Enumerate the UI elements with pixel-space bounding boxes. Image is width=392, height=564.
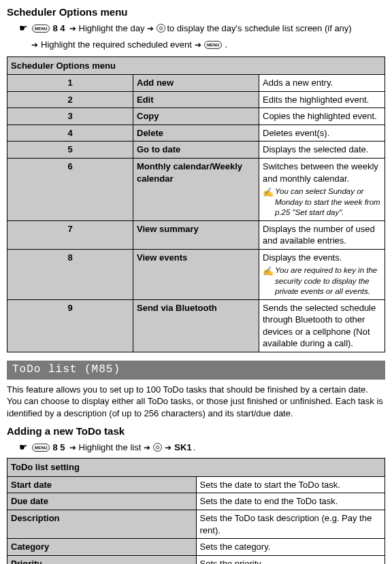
note-icon: ✍ [263, 265, 271, 297]
arrow-icon: ➔ [68, 23, 78, 34]
note-text: You are required to key in the security … [275, 265, 381, 297]
arrow-icon: ➔ [142, 442, 152, 453]
note-text: You can select Sunday or Monday to start… [275, 186, 381, 218]
row-description: Sets the category. [196, 539, 385, 556]
row-description: Adds a new entry. [259, 75, 385, 92]
menu-key-icon: MENU [204, 41, 222, 49]
row-option: Copy [133, 108, 259, 125]
row-description: Sets the ToDo task description (e.g. Pay… [196, 510, 385, 539]
row-description: Displays the events.✍You are required to… [259, 249, 385, 299]
table-row: Start dateSets the date to start the ToD… [7, 476, 385, 493]
row-option: Description [7, 510, 197, 539]
note-icon: ✍ [263, 186, 271, 218]
table-row: 6Monthly calendar/Weekly calendarSwitche… [7, 158, 385, 220]
table-row: 5Go to dateDisplays the selected date. [7, 142, 385, 159]
row-number: 4 [7, 125, 133, 142]
table-row: DescriptionSets the ToDo task descriptio… [7, 510, 385, 539]
row-description: Copies the highlighted event. [259, 108, 385, 125]
row-number: 6 [7, 158, 133, 220]
table-row: 3CopyCopies the highlighted event. [7, 108, 385, 125]
todo-setting-table: ToDo list setting Start dateSets the dat… [7, 458, 385, 564]
adding-todo-heading: Adding a new ToDo task [7, 425, 385, 438]
todo-intro-paragraph: This feature allows you to set up to 100… [7, 384, 385, 420]
instruction-text: Highlight the list [79, 442, 142, 454]
ok-key-icon [157, 24, 165, 33]
scheduler-instruction-line2: ➔ Highlight the required scheduled event… [7, 39, 385, 51]
row-option: Category [7, 539, 197, 556]
note-block: ✍You can select Sunday or Monday to star… [263, 186, 381, 218]
table-row: 1Add newAdds a new entry. [7, 75, 385, 92]
note-block: ✍You are required to key in the security… [263, 265, 381, 297]
arrow-icon: ➔ [30, 39, 39, 50]
row-description: Displays the selected date. [259, 142, 385, 159]
row-description: Sets the date to start the ToDo task. [196, 476, 385, 493]
row-option: Go to date [133, 142, 259, 159]
arrow-icon: ➔ [163, 442, 173, 453]
table-row: CategorySets the category. [7, 539, 385, 556]
period: . [193, 442, 196, 454]
sk1-label: SK1 [174, 442, 191, 454]
row-number: 2 [7, 91, 133, 108]
scheduler-instruction-line1: ☛ MENU 8 4 ➔ Highlight the day ➔ to disp… [7, 22, 385, 35]
table-row: 2EditEdits the highlighted event. [7, 91, 385, 108]
key-sequence: 8 5 [51, 442, 66, 454]
table-row: 9Send via BluetoothSends the selected sc… [7, 299, 385, 352]
row-option: View events [133, 249, 259, 299]
arrow-icon: ➔ [193, 39, 203, 50]
instruction-text: to display the day's schedule list scree… [167, 22, 351, 35]
period: . [223, 39, 227, 51]
todo-list-banner: ToDo list (M85) [7, 361, 385, 380]
row-description: Deletes event(s). [259, 125, 385, 142]
ok-key-icon [153, 443, 162, 452]
row-description: Sends the selected schedule through Blue… [259, 299, 385, 352]
table-row: 4DeleteDeletes event(s). [7, 125, 385, 142]
row-description: Switches between the weekly and monthly … [259, 158, 385, 220]
menu-key-icon: MENU [32, 444, 50, 452]
table-title: Scheduler Options menu [7, 56, 385, 75]
row-option: Add new [133, 75, 259, 92]
row-option: Due date [7, 493, 197, 510]
arrow-icon: ➔ [68, 442, 78, 453]
row-option: Start date [7, 476, 197, 493]
table-row: PrioritySets the priority. [7, 555, 385, 564]
scheduler-options-heading: Scheduler Options menu [7, 5, 385, 19]
row-description: Displays the number of used and availabl… [259, 220, 385, 249]
row-option: Edit [133, 91, 259, 108]
instruction-text: Highlight the day [79, 22, 145, 35]
menu-key-icon: MENU [32, 24, 50, 33]
scheduler-options-table: Scheduler Options menu 1Add newAdds a ne… [7, 56, 385, 352]
row-number: 8 [7, 249, 133, 299]
row-option: Send via Bluetooth [133, 299, 259, 352]
instruction-text: Highlight the required scheduled event [41, 39, 192, 51]
arrow-icon: ➔ [146, 23, 155, 34]
todo-instruction-line: ☛ MENU 8 5 ➔ Highlight the list ➔ ➔ SK1. [7, 441, 385, 454]
row-description: Sets the priority. [196, 555, 385, 564]
row-option: View summary [133, 220, 259, 249]
pointer-icon: ☛ [19, 22, 31, 35]
key-sequence: 8 4 [51, 22, 66, 35]
row-option: Delete [133, 125, 259, 142]
row-number: 7 [7, 220, 133, 249]
row-option: Monthly calendar/Weekly calendar [133, 158, 259, 220]
row-description: Edits the highlighted event. [259, 91, 385, 108]
table-row: 7View summaryDisplays the number of used… [7, 220, 385, 249]
row-number: 1 [7, 75, 133, 92]
table-row: Due dateSets the date to end the ToDo ta… [7, 493, 385, 510]
row-description: Sets the date to end the ToDo task. [196, 493, 385, 510]
row-number: 9 [7, 299, 133, 352]
pointer-icon: ☛ [19, 441, 31, 454]
table-title: ToDo list setting [7, 459, 385, 477]
row-option: Priority [7, 555, 197, 564]
row-number: 3 [7, 108, 133, 125]
table-row: 8View eventsDisplays the events.✍You are… [7, 249, 385, 299]
row-number: 5 [7, 142, 133, 159]
